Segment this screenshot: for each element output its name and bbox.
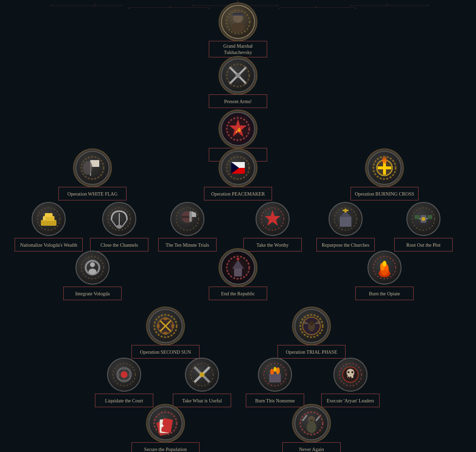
svg-point-93 <box>182 211 193 223</box>
node-secure[interactable]: ♣ Secure the Population <box>136 406 195 452</box>
svg-marker-79 <box>231 162 239 174</box>
svg-rect-82 <box>383 161 386 175</box>
svg-rect-63 <box>233 13 243 16</box>
svg-text:☭: ☭ <box>235 127 241 134</box>
burning-cross-icon <box>367 151 402 185</box>
node-burn-opiate[interactable]: Burn the Opiate <box>355 251 414 300</box>
node-integrate[interactable]: Integrate Vologda <box>63 251 122 300</box>
svg-point-65 <box>226 10 250 34</box>
svg-rect-73 <box>91 160 99 167</box>
node-take-worthy[interactable]: Take the Worthy <box>243 202 302 252</box>
svg-point-120 <box>380 264 389 275</box>
burn-nonsense-icon <box>258 358 292 392</box>
svg-line-67 <box>230 68 246 83</box>
svg-point-136 <box>300 315 323 337</box>
node-close-channels[interactable]: Close the Channels <box>90 202 148 252</box>
svg-rect-140 <box>116 373 119 377</box>
tukhachevsky-portrait-svg <box>225 9 251 35</box>
node-nationalize[interactable]: Nationalize Vologda's Wealth <box>19 202 78 252</box>
svg-line-131 <box>161 321 170 331</box>
node-peacemaker[interactable]: Operation PEACEMAKER <box>209 151 267 200</box>
node-tukhachevsky[interactable]: Grand Marshal Tukhachevsky <box>209 5 267 57</box>
svg-point-85 <box>373 157 396 179</box>
node-trial-phase[interactable]: Operation TRIAL PHASE <box>282 309 341 359</box>
svg-point-62 <box>231 23 245 33</box>
svg-rect-148 <box>269 374 281 382</box>
svg-point-154 <box>343 367 358 382</box>
svg-line-171 <box>303 416 307 420</box>
svg-rect-77 <box>231 162 245 174</box>
svg-point-92 <box>108 208 130 230</box>
burn-nonsense-label: Burn This Nonsense <box>246 394 304 407</box>
burning-cross-label: Operation BURNING CROSS <box>350 187 419 200</box>
present-arms-label: Present Arms! <box>209 94 267 108</box>
svg-rect-64 <box>232 14 244 16</box>
svg-point-155 <box>347 369 354 377</box>
node-burning-cross[interactable]: Operation BURNING CROSS <box>355 151 414 200</box>
svg-rect-86 <box>41 220 56 226</box>
liquidate-icon <box>107 358 141 392</box>
svg-point-98 <box>261 208 284 230</box>
svg-point-119 <box>379 270 390 277</box>
svg-rect-128 <box>157 324 160 328</box>
svg-point-90 <box>37 208 60 230</box>
take-worthy-label: Take the Worthy <box>243 238 302 252</box>
svg-rect-126 <box>164 317 167 320</box>
node-ten-minute[interactable]: The Ten Minute Trials <box>158 202 217 252</box>
root-out-label: Root Out the Plot <box>394 238 453 252</box>
node-never-again[interactable]: Never Again <box>282 406 341 452</box>
node-repurpose[interactable]: Repurpose the Churches <box>316 202 375 252</box>
node-take-useful[interactable]: Take What is Useful <box>173 358 231 407</box>
trial-phase-label: Operation TRIAL PHASE <box>277 345 346 359</box>
svg-rect-138 <box>122 367 126 370</box>
svg-rect-89 <box>43 217 45 220</box>
svg-point-143 <box>113 363 135 386</box>
node-present-arms[interactable]: Present Arms! <box>209 58 267 108</box>
trial-phase-icon <box>294 309 329 343</box>
node-end-republic[interactable]: End the Republic <box>209 251 267 300</box>
svg-point-118 <box>227 256 249 279</box>
svg-rect-95 <box>189 211 192 222</box>
node-white-flag[interactable]: Operation WHITE FLAG <box>63 151 122 200</box>
liquidate-label: Liquidate the Court <box>95 394 153 407</box>
ten-minute-label: The Ten Minute Trials <box>158 238 217 252</box>
svg-rect-107 <box>415 215 420 219</box>
svg-rect-163 <box>160 419 169 433</box>
svg-rect-94 <box>182 216 193 218</box>
svg-rect-78 <box>231 162 245 168</box>
svg-point-125 <box>158 318 173 334</box>
svg-point-124 <box>373 256 396 279</box>
svg-rect-108 <box>427 215 432 219</box>
node-burn-nonsense[interactable]: Burn This Nonsense <box>246 358 304 407</box>
svg-point-61 <box>233 13 243 23</box>
svg-marker-100 <box>340 211 351 217</box>
svg-point-153 <box>264 363 286 386</box>
svg-line-130 <box>161 321 170 331</box>
svg-point-80 <box>227 157 249 179</box>
svg-rect-160 <box>350 377 351 379</box>
svg-point-135 <box>309 321 314 325</box>
svg-point-110 <box>412 208 435 230</box>
march-icon: ☭ <box>221 112 255 146</box>
node-root-out[interactable]: Root Out the Plot <box>394 202 453 252</box>
present-arms-icon <box>221 58 255 92</box>
node-liquidate[interactable]: Liquidate the Court <box>95 358 153 407</box>
node-second-sun[interactable]: Operation SECOND SUN <box>136 309 195 359</box>
svg-rect-162 <box>156 420 169 436</box>
svg-line-170 <box>316 416 320 420</box>
svg-point-113 <box>89 269 96 274</box>
svg-point-75 <box>83 161 92 175</box>
end-republic-label: End the Republic <box>209 287 267 300</box>
svg-point-96 <box>176 208 199 230</box>
peacemaker-icon <box>221 151 255 185</box>
end-republic-icon <box>221 251 255 285</box>
take-useful-icon <box>185 358 219 392</box>
svg-point-103 <box>334 208 357 230</box>
execute-icon <box>333 358 367 392</box>
nationalize-icon <box>32 202 66 236</box>
svg-point-133 <box>303 317 320 335</box>
svg-point-69 <box>227 64 249 87</box>
svg-line-144 <box>195 368 209 381</box>
repurpose-icon <box>329 202 363 236</box>
node-execute[interactable]: Execute 'Aryan' Leaders <box>321 358 380 407</box>
